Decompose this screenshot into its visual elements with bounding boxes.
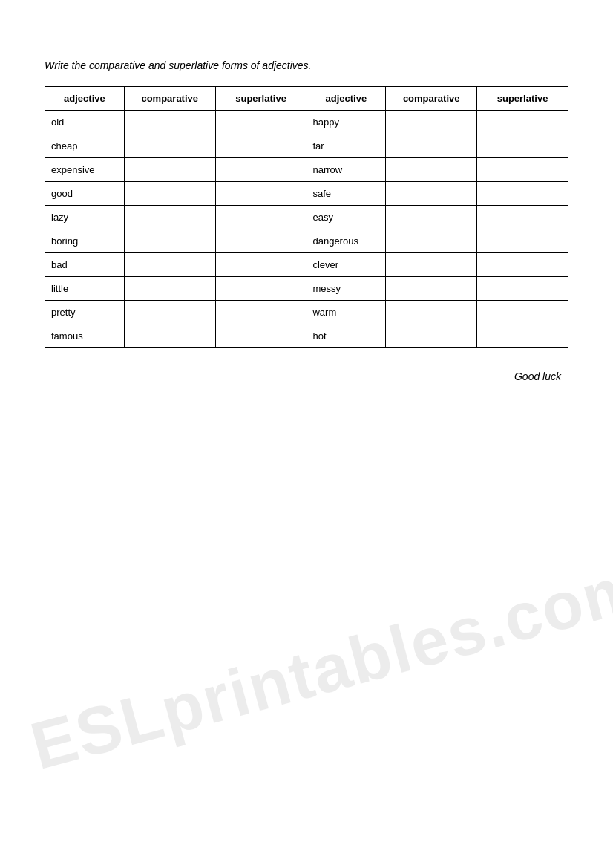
adjective-cell: boring	[45, 229, 125, 253]
answer-cell[interactable]	[124, 134, 215, 158]
table-row: lazyeasy	[45, 206, 568, 229]
answer-cell[interactable]	[477, 206, 568, 229]
answer-cell[interactable]	[477, 111, 568, 134]
adjective-cell: easy	[306, 206, 386, 229]
answer-cell[interactable]	[386, 134, 477, 158]
answer-cell[interactable]	[386, 182, 477, 206]
table-row: littlemessy	[45, 277, 568, 301]
answer-cell[interactable]	[386, 324, 477, 348]
adjective-cell: bad	[45, 253, 125, 277]
table-row: cheapfar	[45, 134, 568, 158]
answer-cell[interactable]	[386, 301, 477, 324]
answer-cell[interactable]	[477, 158, 568, 182]
worksheet-table: adjective comparative superlative adject…	[45, 86, 568, 348]
instruction-text: Write the comparative and superlative fo…	[45, 59, 568, 71]
header-comparative-1: comparative	[124, 87, 215, 111]
answer-cell[interactable]	[477, 253, 568, 277]
answer-cell[interactable]	[477, 182, 568, 206]
answer-cell[interactable]	[215, 277, 306, 301]
good-luck-text: Good luck	[45, 371, 568, 382]
answer-cell[interactable]	[386, 253, 477, 277]
table-row: badclever	[45, 253, 568, 277]
answer-cell[interactable]	[124, 182, 215, 206]
adjective-cell: messy	[306, 277, 386, 301]
answer-cell[interactable]	[124, 301, 215, 324]
header-row: adjective comparative superlative adject…	[45, 87, 568, 111]
answer-cell[interactable]	[386, 277, 477, 301]
adjective-cell: hot	[306, 324, 386, 348]
adjective-cell: narrow	[306, 158, 386, 182]
answer-cell[interactable]	[215, 134, 306, 158]
answer-cell[interactable]	[215, 301, 306, 324]
header-adjective-1: adjective	[45, 87, 125, 111]
adjective-cell: lazy	[45, 206, 125, 229]
adjective-cell: dangerous	[306, 229, 386, 253]
answer-cell[interactable]	[477, 229, 568, 253]
answer-cell[interactable]	[215, 182, 306, 206]
answer-cell[interactable]	[124, 324, 215, 348]
adjective-cell: famous	[45, 324, 125, 348]
watermark: ESLprintables.com	[23, 548, 613, 785]
answer-cell[interactable]	[477, 277, 568, 301]
header-comparative-2: comparative	[386, 87, 477, 111]
answer-cell[interactable]	[386, 206, 477, 229]
adjective-cell: safe	[306, 182, 386, 206]
answer-cell[interactable]	[386, 229, 477, 253]
answer-cell[interactable]	[124, 158, 215, 182]
adjective-cell: expensive	[45, 158, 125, 182]
adjective-cell: little	[45, 277, 125, 301]
answer-cell[interactable]	[386, 158, 477, 182]
answer-cell[interactable]	[477, 324, 568, 348]
table-row: famoushot	[45, 324, 568, 348]
table-row: goodsafe	[45, 182, 568, 206]
page-container: Write the comparative and superlative fo…	[0, 0, 613, 868]
adjective-cell: pretty	[45, 301, 125, 324]
table-row: prettywarm	[45, 301, 568, 324]
adjective-cell: far	[306, 134, 386, 158]
answer-cell[interactable]	[124, 206, 215, 229]
header-superlative-1: superlative	[215, 87, 306, 111]
answer-cell[interactable]	[215, 158, 306, 182]
adjective-cell: happy	[306, 111, 386, 134]
adjective-cell: clever	[306, 253, 386, 277]
answer-cell[interactable]	[215, 111, 306, 134]
adjective-cell: good	[45, 182, 125, 206]
answer-cell[interactable]	[215, 229, 306, 253]
answer-cell[interactable]	[215, 253, 306, 277]
adjective-cell: old	[45, 111, 125, 134]
table-row: expensivenarrow	[45, 158, 568, 182]
adjective-cell: cheap	[45, 134, 125, 158]
header-superlative-2: superlative	[477, 87, 568, 111]
answer-cell[interactable]	[386, 111, 477, 134]
adjective-cell: warm	[306, 301, 386, 324]
answer-cell[interactable]	[124, 253, 215, 277]
answer-cell[interactable]	[215, 206, 306, 229]
answer-cell[interactable]	[124, 111, 215, 134]
answer-cell[interactable]	[124, 229, 215, 253]
table-row: oldhappy	[45, 111, 568, 134]
answer-cell[interactable]	[215, 324, 306, 348]
table-row: boringdangerous	[45, 229, 568, 253]
answer-cell[interactable]	[477, 134, 568, 158]
answer-cell[interactable]	[124, 277, 215, 301]
answer-cell[interactable]	[477, 301, 568, 324]
header-adjective-2: adjective	[306, 87, 386, 111]
